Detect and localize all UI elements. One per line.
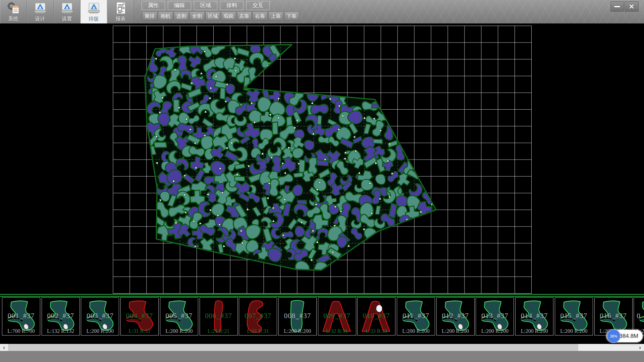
tool-button[interactable]: 全割 [190, 11, 205, 21]
nav-button-layout[interactable]: 排版 [80, 0, 107, 23]
nav-button-settings[interactable]: 设置 [54, 0, 80, 23]
piece-id-label: 006_#37 [200, 312, 237, 320]
usage-percent-value: 38% [610, 334, 617, 338]
tool-button[interactable]: 区域 [205, 11, 220, 21]
piece-lr-count-label: L:200 R:200 [279, 328, 316, 334]
piece-id-label: 015_#37 [555, 312, 593, 320]
thumbnail-cell[interactable]: 013_#37L:200 R:200 [476, 297, 514, 336]
piece-id-label: 011_#37 [397, 312, 435, 320]
canvas-area [0, 23, 644, 294]
piece-id-label: 005_#37 [160, 312, 198, 320]
piece-id-label: 002_#37 [42, 312, 79, 320]
horizontal-scrollbar[interactable]: ‹ › [0, 344, 644, 351]
usage-percent-badge: 38% [607, 329, 621, 343]
piece-id-label: 001_#37 [2, 312, 40, 320]
nav-button-label: 排版 [89, 16, 99, 22]
tool-button[interactable]: 左靠 [237, 11, 252, 21]
piece-id-label: 009_#37 [318, 312, 356, 320]
piece-lr-count-label: L:200 R:200 [81, 328, 119, 334]
thumbnail-cell[interactable]: 009_#37L:32 R:31 [318, 297, 356, 336]
tool-button[interactable]: 聚排 [142, 11, 157, 21]
thumbnail-cell[interactable]: 002_#37L:132 R:132 [42, 297, 80, 336]
piece-lr-count-label: L:200 R:200 [476, 328, 514, 334]
thumbnail-cell[interactable]: 012_#37L:200 R:200 [436, 297, 475, 336]
settings-icon [60, 1, 74, 16]
piece-lr-count-label: L:31 R:31 [239, 328, 277, 334]
piece-lr-count-label: L:32 R:31 [318, 328, 356, 334]
thumbnail-cell[interactable]: 006_#37L:21 R:21 [200, 297, 238, 336]
close-button[interactable]: ✕ [625, 1, 639, 12]
nav-button-label: 系统 [8, 16, 18, 22]
piece-id-label: 008_#37 [279, 312, 316, 320]
thumbnail-cell[interactable]: 001_#37L:700 R:700 [2, 297, 40, 336]
system-icon [7, 1, 20, 16]
nav-button-system[interactable]: 系统 [0, 0, 27, 23]
piece-id-label: 013_#37 [476, 312, 514, 320]
piece-id-label: 010_#37 [358, 312, 395, 320]
piece-id-label: 016_#37 [595, 312, 632, 320]
design-icon [34, 1, 47, 16]
piece-id-label: 007_#37 [239, 312, 277, 320]
green-separator [0, 294, 644, 297]
piece-lr-count-label: L:31 R:31 [121, 328, 158, 334]
nesting-canvas[interactable] [0, 23, 644, 294]
scroll-right-arrow-icon[interactable]: › [636, 344, 644, 351]
close-icon: ✕ [629, 3, 635, 11]
piece-lr-count-label: L:700 R:700 [2, 328, 40, 334]
tool-button[interactable]: 上靠 [268, 11, 283, 21]
thumbnail-cell[interactable]: 007_#37L:31 R:31 [239, 297, 277, 336]
piece-lr-count-label: L:21 R:21 [200, 328, 237, 334]
scroll-left-arrow-icon[interactable]: ‹ [0, 344, 8, 351]
piece-lr-count-label: L:200 R:200 [437, 328, 474, 334]
menu-tab[interactable]: 交互 [246, 1, 270, 10]
tool-button[interactable]: 右靠 [253, 11, 268, 21]
tool-button[interactable]: 下靠 [284, 11, 299, 21]
menu-tab[interactable]: 区域 [194, 1, 217, 10]
thumbnail-cell[interactable]: 005_#37L:200 R:200 [160, 297, 198, 336]
thumbnail-cell[interactable]: 003_#37L:200 R:200 [81, 297, 119, 336]
menu-tab-row: 属性编辑区域排料交互 [142, 1, 270, 10]
piece-lr-count-label: L:132 R:132 [42, 328, 79, 334]
tool-button[interactable]: 相机 [158, 11, 173, 21]
piece-lr-count-label: L:33 R:33 [358, 328, 395, 334]
nav-button-label: 设计 [35, 16, 45, 22]
piece-id-label: 0 [634, 312, 644, 320]
piece-id-label: 004_#37 [121, 312, 158, 320]
menu-tab[interactable]: 排料 [220, 1, 244, 10]
minimize-button[interactable] [610, 1, 624, 12]
piece-lr-count-label: L:200 R:200 [516, 328, 553, 334]
memory-value: 384.8M [619, 333, 638, 340]
scrollbar-thumb[interactable] [8, 344, 578, 351]
report-icon [114, 1, 127, 16]
tool-button-row: 聚排相机选割全割区域瑕疵左靠右靠上靠下靠 [142, 11, 299, 21]
status-bar [0, 351, 644, 362]
minimize-icon [614, 6, 620, 7]
thumbnail-cell[interactable]: 010_#37L:33 R:33 [357, 297, 395, 336]
piece-id-label: 014_#37 [516, 312, 553, 320]
piece-thumbnail-strip: 001_#37L:700 R:700002_#37L:132 R:132003_… [0, 297, 644, 344]
nav-button-label: 设置 [62, 16, 72, 22]
application-window: 系统设计设置排版报表 属性编辑区域排料交互 聚排相机选割全割区域瑕疵左靠右靠上靠… [0, 0, 644, 362]
thumbnail-cell[interactable]: 014_#37L:200 R:200 [515, 297, 553, 336]
nav-strip: 系统设计设置排版报表 [0, 0, 135, 23]
tool-button[interactable]: 选割 [174, 11, 189, 21]
nav-button-label: 报表 [116, 16, 126, 22]
layout-icon [87, 1, 101, 16]
piece-id-label: 012_#37 [437, 312, 474, 320]
piece-lr-count-label: L:200 R:200 [555, 328, 593, 334]
tool-button[interactable]: 瑕疵 [221, 11, 236, 21]
titlebar: 系统设计设置排版报表 属性编辑区域排料交互 聚排相机选割全割区域瑕疵左靠右靠上靠… [0, 0, 644, 23]
thumbnail-cell[interactable]: 011_#37L:200 R:200 [397, 297, 435, 336]
menu-tab[interactable]: 属性 [142, 1, 165, 10]
thumbnail-cell[interactable]: 015_#37L:200 R:200 [555, 297, 593, 336]
thumbnail-cell[interactable]: 008_#37L:200 R:200 [278, 297, 317, 336]
nav-button-report[interactable]: 报表 [107, 0, 134, 23]
piece-id-label: 003_#37 [81, 312, 119, 320]
nav-button-design[interactable]: 设计 [27, 0, 54, 23]
piece-lr-count-label: L:200 R:200 [397, 328, 435, 334]
thumbnail-cell[interactable]: 004_#37L:31 R:31 [120, 297, 159, 336]
piece-lr-count-label: L:200 R:200 [160, 328, 198, 334]
menu-tab[interactable]: 编辑 [168, 1, 191, 10]
